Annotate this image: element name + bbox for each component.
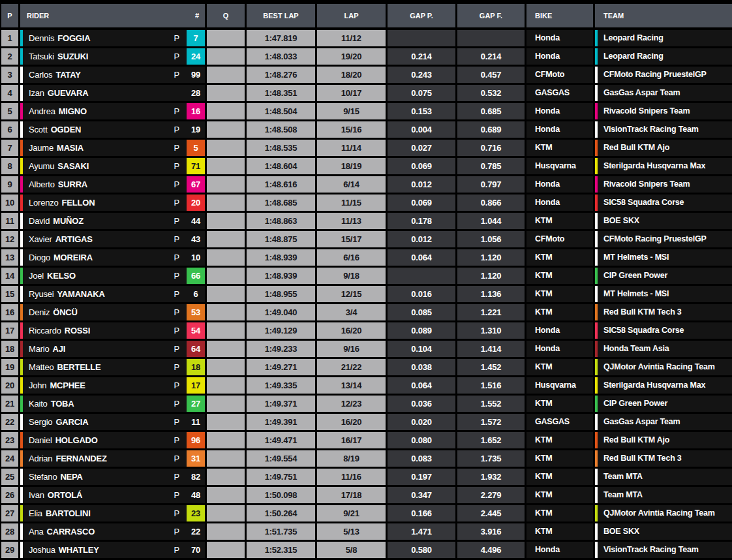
table-row[interactable]: 9AlbertoSURRAP671:48.6166/140.0120.797Ho… xyxy=(1,176,732,193)
bike-cell: KTM xyxy=(526,140,593,156)
rider-cell: AdrianFERNANDEZP31 xyxy=(20,450,205,467)
gap-prev-cell: 1.471 xyxy=(388,523,455,540)
team-cell: VisionTrack Racing Team xyxy=(595,542,732,558)
team-name: Red Bull KTM Ajo xyxy=(603,436,669,444)
rider-last-name: MIGNO xyxy=(59,107,87,116)
lap-cell: 9/16 xyxy=(317,341,386,357)
team-accent-bar xyxy=(595,213,598,229)
table-row[interactable]: 21KaitoTOBAP271:49.37112/230.0361.552KTM… xyxy=(1,396,732,412)
table-row[interactable]: 5AndreaMIGNOP161:48.5049/150.1530.685Hon… xyxy=(1,103,732,119)
gap-first-cell: 1.136 xyxy=(457,286,525,302)
table-row[interactable]: 10LorenzoFELLONP201:48.68511/150.0690.86… xyxy=(1,194,732,211)
header-team: TEAM xyxy=(595,4,732,27)
team-name: CFMoto Racing PruestelGP xyxy=(603,70,707,79)
table-row[interactable]: 4IzanGUEVARA281:48.35110/170.0750.532GAS… xyxy=(1,85,732,101)
rider-cell: ScottOGDENP19 xyxy=(20,121,205,138)
gap-first-cell: 3.916 xyxy=(457,523,525,540)
bike-cell: Husqvarna xyxy=(526,158,593,174)
rider-last-name: SURRA xyxy=(58,180,87,189)
q-cell xyxy=(207,341,245,357)
gap-prev-cell: 0.153 xyxy=(388,103,455,119)
table-row[interactable]: 12XavierARTIGASP431:48.87515/170.0121.05… xyxy=(1,231,732,247)
table-row[interactable]: 29JoshuaWHATLEYP701:52.3155/80.5804.496H… xyxy=(1,542,732,558)
rider-accent-bar xyxy=(20,414,23,430)
rider-cell: DenizÖNCÜP53 xyxy=(20,304,205,320)
table-row[interactable]: 22SergioGARCIAP111:49.39116/200.0201.572… xyxy=(1,414,732,430)
table-row[interactable]: 28AnaCARRASCOP221:51.7355/131.4713.916KT… xyxy=(1,523,732,540)
table-row[interactable]: 15RyuseiYAMANAKAP61:48.95512/150.0161.13… xyxy=(1,286,732,302)
table-row[interactable]: 2TatsukiSUZUKIP241:48.03319/200.2140.214… xyxy=(1,48,732,65)
table-row[interactable]: 3CarlosTATAYP991:48.27618/200.2430.457CF… xyxy=(1,67,732,83)
table-row[interactable]: 7JaumeMASIAP51:48.53511/140.0270.716KTMR… xyxy=(1,140,732,156)
best-lap-cell: 1:48.875 xyxy=(247,231,315,247)
table-row[interactable]: 18MarioAJIP641:49.2339/160.1041.414Honda… xyxy=(1,341,732,357)
gap-first-cell: 1.572 xyxy=(457,414,525,430)
table-row[interactable]: 19MatteoBERTELLEP181:49.27121/220.0381.4… xyxy=(1,359,732,375)
rider-number-plate: 19 xyxy=(187,121,205,138)
rider-first-name: Izan xyxy=(29,89,44,97)
position-cell: 1 xyxy=(1,30,18,46)
bike-cell: KTM xyxy=(526,213,593,229)
table-row[interactable]: 26IvanORTOLÁP481:50.09817/180.3472.279KT… xyxy=(1,487,732,503)
best-lap-cell: 1:48.685 xyxy=(247,194,315,211)
table-row[interactable]: 1DennisFOGGIAP71:47.81911/12HondaLeopard… xyxy=(1,30,732,46)
team-accent-bar xyxy=(595,396,598,412)
table-row[interactable]: 16DenizÖNCÜP531:49.0403/40.0851.221KTMRe… xyxy=(1,304,732,320)
table-row[interactable]: 14JoelKELSOP661:48.9399/181.120KTMCIP Gr… xyxy=(1,268,732,284)
team-name: Honda Team Asia xyxy=(603,345,669,353)
table-row[interactable]: 8AyumuSASAKIP711:48.60418/190.0690.785Hu… xyxy=(1,158,732,174)
gap-prev-cell: 0.036 xyxy=(388,396,455,412)
rider-cell: JohnMCPHEEP17 xyxy=(20,377,205,394)
lap-cell: 9/18 xyxy=(317,268,386,284)
rider-number-plate: 70 xyxy=(187,542,205,558)
rider-first-name: Diogo xyxy=(29,253,50,262)
rider-cell: DanielHOLGADOP96 xyxy=(20,432,205,448)
table-row[interactable]: 25StefanoNEPAP821:49.75111/160.1971.932K… xyxy=(1,469,732,485)
rider-cell: JoshuaWHATLEYP70 xyxy=(20,542,205,558)
q-cell xyxy=(207,176,245,193)
team-accent-bar xyxy=(595,341,598,357)
rider-accent-bar xyxy=(20,85,23,101)
q-cell xyxy=(207,121,245,138)
practice-flag: P xyxy=(174,125,179,134)
q-cell xyxy=(207,194,245,211)
table-row[interactable]: 20JohnMCPHEEP171:49.33513/140.0641.516Hu… xyxy=(1,377,732,394)
q-cell xyxy=(207,469,245,485)
team-cell: GasGas Aspar Team xyxy=(595,414,732,430)
table-row[interactable]: 11DavidMUÑOZP441:48.86311/130.1781.044KT… xyxy=(1,213,732,229)
team-cell: Red Bull KTM Tech 3 xyxy=(595,450,732,467)
rider-accent-bar xyxy=(20,231,23,247)
gap-prev-cell: 0.104 xyxy=(388,341,455,357)
team-name: CIP Green Power xyxy=(603,399,667,408)
lap-cell: 13/14 xyxy=(317,377,386,394)
best-lap-cell: 1:48.276 xyxy=(247,67,315,83)
gap-prev-cell: 0.214 xyxy=(388,48,455,65)
team-accent-bar xyxy=(595,194,598,211)
team-cell: Leopard Racing xyxy=(595,30,732,46)
table-row[interactable]: 13DiogoMOREIRAP101:48.9396/160.0641.120K… xyxy=(1,249,732,266)
team-accent-bar xyxy=(595,487,598,503)
rider-cell: MarioAJIP64 xyxy=(20,341,205,357)
bike-cell: KTM xyxy=(526,487,593,503)
best-lap-cell: 1:48.604 xyxy=(247,158,315,174)
gap-first-cell: 1.310 xyxy=(457,322,525,339)
lap-cell: 12/15 xyxy=(317,286,386,302)
q-cell xyxy=(207,268,245,284)
gap-prev-cell: 0.020 xyxy=(388,414,455,430)
position-cell: 22 xyxy=(1,414,18,430)
rider-accent-bar xyxy=(20,103,23,119)
rider-cell: RyuseiYAMANAKAP6 xyxy=(20,286,205,302)
table-row[interactable]: 17RiccardoROSSIP541:49.12916/200.0891.31… xyxy=(1,322,732,339)
table-row[interactable]: 27EliaBARTOLINIP231:50.2649/210.1662.445… xyxy=(1,505,732,521)
table-row[interactable]: 24AdrianFERNANDEZP311:49.5548/190.0831.7… xyxy=(1,450,732,467)
bike-cell: Honda xyxy=(526,30,593,46)
best-lap-cell: 1:48.508 xyxy=(247,121,315,138)
bike-cell: KTM xyxy=(526,286,593,302)
rider-first-name: Carlos xyxy=(29,70,52,79)
table-row[interactable]: 23DanielHOLGADOP961:49.47116/170.0801.65… xyxy=(1,432,732,448)
team-cell: CIP Green Power xyxy=(595,268,732,284)
rider-first-name: Jaume xyxy=(29,144,53,152)
table-row[interactable]: 6ScottOGDENP191:48.50815/160.0040.689Hon… xyxy=(1,121,732,138)
position-cell: 2 xyxy=(1,48,18,65)
gap-first-cell: 1.452 xyxy=(457,359,525,375)
